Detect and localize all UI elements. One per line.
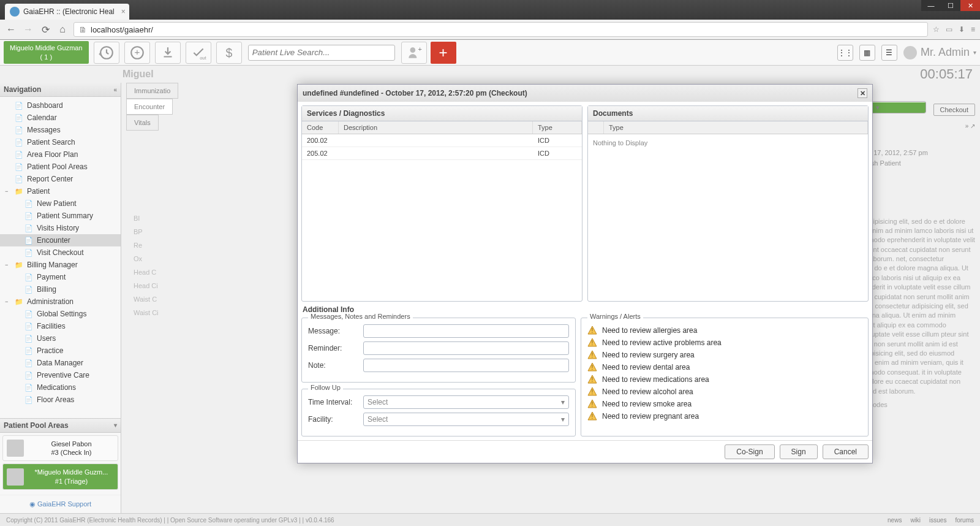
nav-item-facilities[interactable]: Facilities: [0, 320, 121, 332]
note-input[interactable]: [363, 359, 569, 372]
nav-item-preventive-care[interactable]: Preventive Care: [0, 369, 121, 381]
doc-icon: [24, 273, 33, 281]
billing-button[interactable]: $: [216, 42, 242, 64]
message-input[interactable]: [363, 324, 569, 338]
table-row[interactable]: 205.02ICD: [302, 147, 582, 160]
present-icon[interactable]: ▭: [946, 25, 952, 34]
download-icon[interactable]: ⬇: [959, 25, 965, 34]
tab-immunization[interactable]: Immunizatio: [126, 83, 178, 99]
nav-item-patient[interactable]: −Patient: [0, 185, 121, 197]
window-minimize[interactable]: —: [921, 0, 941, 11]
vitals-label: Head C: [134, 265, 159, 279]
nav-item-payment[interactable]: Payment: [0, 271, 121, 283]
nav-item-practice[interactable]: Practice: [0, 345, 121, 357]
add-encounter-button[interactable]: +: [124, 42, 150, 64]
footer-link-wiki[interactable]: wiki: [910, 517, 921, 524]
menu-icon[interactable]: ≡: [971, 25, 975, 34]
facility-select[interactable]: Select▾: [363, 413, 569, 426]
nav-item-encounter[interactable]: Encounter: [0, 234, 121, 246]
expand-icon[interactable]: » ↗: [965, 123, 975, 129]
nav-item-patient-pool-areas[interactable]: Patient Pool Areas: [0, 161, 121, 173]
reminder-input[interactable]: [363, 341, 569, 355]
window-maximize[interactable]: ☐: [941, 0, 960, 11]
nav-item-area-floor-plan[interactable]: Area Floor Plan: [0, 148, 121, 161]
nav-item-global-settings[interactable]: Global Settings: [0, 308, 121, 320]
clock-icon: [99, 45, 115, 61]
col-doc-type[interactable]: Type: [604, 121, 868, 134]
nav-item-label: Visit Checkout: [37, 248, 83, 257]
nav-item-label: Global Settings: [37, 310, 86, 318]
expander-icon[interactable]: −: [5, 188, 11, 194]
sign-button[interactable]: Sign: [780, 444, 818, 459]
layout-grid-button[interactable]: ▦: [859, 45, 875, 61]
home-button[interactable]: ⌂: [56, 23, 69, 36]
nav-item-administration[interactable]: −Administration: [0, 295, 121, 308]
current-patient-badge[interactable]: Miguelo Middle Guzman ( 1 ): [4, 41, 89, 64]
footer-link-issues[interactable]: issues: [929, 517, 946, 524]
chevron-down-icon[interactable]: ▾: [114, 422, 117, 429]
nav-item-new-patient[interactable]: New Patient: [0, 197, 121, 210]
tab-close-icon[interactable]: ×: [121, 7, 126, 16]
back-button[interactable]: ←: [5, 23, 17, 36]
tab-encounter[interactable]: Encounter: [126, 99, 173, 115]
nav-item-medications[interactable]: Medications: [0, 381, 121, 394]
checkout-button[interactable]: Checkout: [933, 104, 975, 116]
warning-icon: !: [587, 411, 597, 421]
cosign-button[interactable]: Co-Sign: [725, 444, 774, 459]
window-close[interactable]: ✕: [960, 0, 980, 11]
doc-icon: [24, 212, 33, 220]
cancel-button[interactable]: Cancel: [823, 444, 869, 459]
alerts-fieldset-legend: Warnings / Alerts: [587, 313, 643, 320]
url-input[interactable]: 🗎 localhost/gaiaehr/: [74, 22, 928, 37]
nav-item-data-manager[interactable]: Data Manager: [0, 357, 121, 369]
browser-tab[interactable]: GaiaEHR :: (Electronic Heal ×: [5, 4, 129, 20]
nav-item-patient-summary[interactable]: Patient Summary: [0, 210, 121, 222]
nav-item-users[interactable]: Users: [0, 332, 121, 345]
add-patient-button[interactable]: +: [401, 42, 427, 64]
history-button[interactable]: [94, 42, 119, 64]
nav-item-floor-areas[interactable]: Floor Areas: [0, 394, 121, 406]
nav-item-billing[interactable]: Billing: [0, 283, 121, 295]
collapse-icon[interactable]: «: [113, 86, 117, 93]
admin-menu[interactable]: Mr. Admin ▾: [903, 46, 976, 59]
nav-item-label: Administration: [27, 297, 74, 306]
layout-list-button[interactable]: ☰: [881, 45, 897, 61]
col-code[interactable]: Code: [302, 121, 339, 134]
chevron-down-icon: ▾: [871, 102, 925, 113]
expander-icon[interactable]: −: [5, 299, 11, 305]
reload-button[interactable]: ⟳: [39, 23, 51, 36]
layout-dots-button[interactable]: ⋮⋮: [837, 45, 853, 61]
nav-item-calendar[interactable]: Calendar: [0, 112, 121, 124]
support-link[interactable]: ◉ GaiaEHR Support: [0, 495, 121, 513]
warning-icon: !: [587, 399, 597, 409]
documents-panel: Documents Type Nothing to Display: [587, 105, 869, 302]
nav-item-visits-history[interactable]: Visits History: [0, 222, 121, 234]
emergency-button[interactable]: +: [431, 42, 456, 64]
footer-link-news[interactable]: news: [888, 517, 902, 524]
nav-item-label: Visits History: [37, 224, 79, 232]
patient-search-input[interactable]: [248, 45, 395, 61]
nav-item-dashboard[interactable]: Dashboard: [0, 99, 121, 112]
star-icon[interactable]: ☆: [933, 25, 940, 34]
table-row[interactable]: 200.02ICD: [302, 134, 582, 147]
col-type[interactable]: Type: [533, 121, 582, 134]
nav-item-report-center[interactable]: Report Center: [0, 173, 121, 185]
nav-item-billing-manager[interactable]: −Billing Manager: [0, 259, 121, 271]
download-button[interactable]: [155, 42, 181, 64]
nav-item-patient-search[interactable]: Patient Search: [0, 136, 121, 148]
dialog-close-button[interactable]: ✕: [858, 88, 867, 98]
nav-item-messages[interactable]: Messages: [0, 124, 121, 136]
pool-item[interactable]: Giesel Pabon#3 (Check In): [2, 435, 118, 462]
nav-item-label: Floor Areas: [37, 395, 74, 404]
expander-icon[interactable]: −: [5, 262, 11, 268]
col-description[interactable]: Description: [339, 121, 533, 134]
checkout-button[interactable]: out: [186, 42, 211, 64]
pool-item[interactable]: *Miguelo Middle Guzm...#1 (Triage): [2, 463, 118, 490]
admin-name: Mr. Admin: [921, 46, 970, 59]
time-interval-select[interactable]: Select▾: [363, 395, 569, 409]
nav-item-label: Practice: [37, 346, 63, 355]
tab-vitals[interactable]: Vitals: [126, 115, 159, 131]
nav-item-visit-checkout[interactable]: Visit Checkout: [0, 246, 121, 259]
footer-link-forums[interactable]: forums: [955, 517, 974, 524]
alert-text: Need to review pregnant area: [602, 412, 699, 421]
